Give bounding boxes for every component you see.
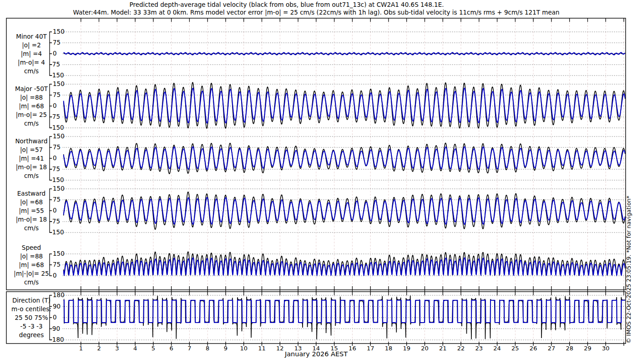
panel-label-major: |m-o|= 25 — [3, 111, 60, 119]
watermark-credit: © IMOS 22-Oct-2025 23:05:19. *Not for na… — [625, 196, 632, 344]
panel-label-northward: Northward — [3, 137, 60, 146]
tidal-velocity-figure: Predicted depth-average tidal velocity (… — [0, 0, 637, 364]
panel-label-northward: |o| =57 — [3, 146, 60, 154]
panel-label-direction: -5 -3 -3 — [3, 322, 60, 331]
panel-label-eastward: cm/s — [3, 224, 60, 233]
panel-label-minor: Minor 40T — [3, 32, 60, 41]
panel-label-minor: |m| =4 — [3, 50, 60, 58]
panel-label-northward: cm/s — [3, 172, 60, 180]
panel-label-speed: |m| =68 — [3, 261, 60, 269]
panel-label-major: |m| =68 — [3, 102, 60, 111]
panel-label-eastward: |m| =55 — [3, 207, 60, 215]
panel-label-direction: Direction (T) — [3, 296, 60, 305]
panel-label-eastward: |m-o|= 18 — [3, 215, 60, 224]
panel-label-direction: 25 50 75% — [3, 313, 60, 322]
panel-label-minor: |m-o|= 4 — [3, 58, 60, 67]
panel-label-speed: Speed — [3, 243, 60, 252]
panel-label-direction: m-o centiles: — [3, 305, 60, 313]
panel-label-minor: cm/s — [3, 67, 60, 76]
panel-label-major: |o| =88 — [3, 93, 60, 102]
panel-label-eastward: |o| =68 — [3, 198, 60, 207]
x-axis-title: January 2026 AEST — [0, 350, 632, 358]
panel-label-eastward: Eastward — [3, 189, 60, 198]
panel-label-northward: |m| =41 — [3, 154, 60, 163]
panel-label-major: Major -50T — [3, 85, 60, 93]
panel-label-major: cm/s — [3, 119, 60, 128]
panel-label-speed: |m|-|o|= 25 — [3, 269, 60, 278]
panel-label-northward: |m-o|= 18 — [3, 163, 60, 172]
panel-label-minor: |o| =2 — [3, 41, 60, 50]
panel-label-speed: cm/s — [3, 278, 60, 287]
panel-label-direction: degrees — [3, 331, 60, 339]
panel-label-speed: |o| =88 — [3, 252, 60, 261]
plot-canvas — [0, 0, 637, 364]
